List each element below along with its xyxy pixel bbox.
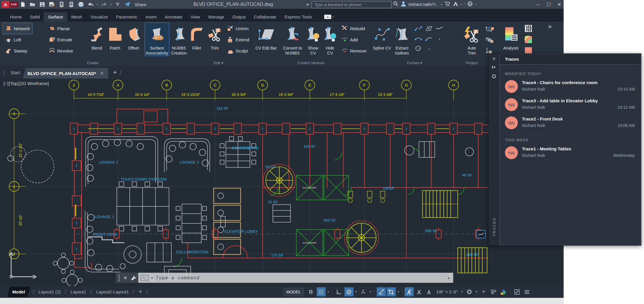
command-input[interactable]: >_ ▼ Type a command ▲	[138, 273, 453, 283]
qat-customize-dropdown[interactable]	[114, 1, 121, 8]
trim-button[interactable]: Trim	[207, 23, 223, 51]
command-history-icon[interactable]: >_	[141, 275, 148, 281]
tab-output[interactable]: Output	[228, 12, 250, 22]
command-expand-arrow[interactable]: ▲	[447, 276, 450, 279]
zebra-analysis-button[interactable]	[522, 23, 535, 34]
project-to-view-button[interactable]	[483, 34, 496, 45]
trace-list-item[interactable]: NN Trace1 - Meeting Tables Nishant Naik …	[505, 146, 635, 159]
layout-tab-model[interactable]: Model	[7, 287, 30, 297]
curve-blend-arc-button[interactable]	[415, 35, 422, 43]
tab-surface[interactable]: Surface	[44, 12, 67, 22]
panel-create-label[interactable]: Create	[0, 61, 185, 65]
trace-list-item[interactable]: NN Trace4 - Chairs for conference room N…	[505, 80, 635, 93]
object-snap-tracking-toggle[interactable]	[377, 287, 386, 296]
tab-manage[interactable]: Manage	[204, 12, 228, 22]
osnap-dropdown[interactable]: ▼	[397, 287, 400, 296]
tab-express-tools[interactable]: Express Tools	[280, 12, 316, 22]
annotation-visibility-toggle[interactable]	[405, 287, 414, 296]
file-tab-active-document[interactable]: BLVD OFFICE_PLAN-AUTOCAD* ✕	[23, 68, 108, 79]
sweep-button[interactable]: Sweep	[3, 45, 32, 56]
network-surface-button[interactable]: Network	[3, 23, 32, 34]
maximize-button[interactable]: ☐	[547, 2, 551, 7]
title-expand-arrow[interactable]: ▶	[307, 3, 309, 6]
convert-to-nurbs-button[interactable]: Convert to NURBS	[281, 23, 304, 56]
help-icon[interactable]: ?	[467, 1, 473, 8]
grid-display-toggle[interactable]	[307, 287, 316, 296]
rebuild-button[interactable]: Rebuild	[339, 23, 369, 34]
new-drawing-tab-button[interactable]: +	[113, 69, 117, 76]
tab-insert[interactable]: Insert	[141, 12, 161, 22]
layout-tab-layout1[interactable]: Layout1	[69, 289, 88, 294]
surface-associativity-toggle[interactable]: Surface Associativity	[145, 23, 169, 56]
curve-tool-parallelogram-button[interactable]	[425, 25, 433, 33]
trace-list-item[interactable]: NN Trace2 - Front Desk Nishant Naik 10:0…	[505, 116, 635, 129]
autodesk-logo-icon[interactable]	[453, 1, 459, 7]
loft-button[interactable]: Loft	[3, 34, 32, 45]
panel-cv-label[interactable]: Control Vertices	[252, 61, 370, 65]
curvature-analysis-button[interactable]	[522, 34, 535, 45]
freehand-spline-button[interactable]	[436, 25, 443, 33]
scale-dropdown[interactable]: ▼	[460, 287, 464, 296]
file-tab-start[interactable]: Start	[8, 70, 23, 79]
plot-button[interactable]	[77, 1, 84, 8]
graphics-performance-button[interactable]	[499, 287, 508, 296]
circle-tool-button[interactable]	[415, 45, 422, 53]
patch-button[interactable]: Patch	[107, 23, 123, 51]
panel-curves-label[interactable]: Curves ▾	[371, 61, 458, 65]
new-file-button[interactable]	[19, 1, 26, 8]
tab-solid[interactable]: Solid	[26, 12, 44, 22]
help-dropdown[interactable]: ▾	[475, 3, 476, 6]
ortho-mode-toggle[interactable]	[334, 287, 344, 296]
palette-vertical-tab[interactable]: TRACES	[492, 218, 496, 237]
recent-commands-dropdown[interactable]: ▼	[151, 276, 153, 279]
drawing-canvas[interactable]: [−][Top][2D Wireframe]	[0, 79, 564, 286]
customize-wrench-icon[interactable]	[131, 275, 137, 281]
layout-tab-layout1-2[interactable]: Layout1 (2)	[37, 289, 62, 294]
tab-home[interactable]: Home	[6, 12, 26, 22]
clean-screen-button[interactable]	[513, 287, 522, 296]
tab-collaborate[interactable]: Collaborate	[250, 12, 280, 22]
panel-edit-label[interactable]: Edit ▾	[187, 61, 251, 65]
save-as-button[interactable]	[48, 1, 55, 8]
ribbon-overflow-chevrons[interactable]: »	[548, 23, 552, 30]
isometric-drafting-toggle[interactable]	[359, 287, 368, 296]
redo-button[interactable]	[101, 1, 108, 8]
extrude-button[interactable]: Extrude	[46, 34, 75, 45]
user-dropdown[interactable]: ▾	[441, 3, 442, 6]
crosshair-plus-button[interactable]: +	[479, 287, 488, 296]
polar-tracking-toggle[interactable]	[344, 287, 354, 296]
trace-list-item[interactable]: NN Trace3 - Add table in Elevator Lobby …	[505, 98, 635, 111]
extract-isolines-button[interactable]: Extract Isolines	[393, 23, 411, 56]
annotation-autoscale-toggle[interactable]	[415, 287, 424, 296]
planar-surface-button[interactable]: Planar	[46, 23, 75, 34]
blend-button[interactable]: Blend	[88, 23, 106, 51]
analysis-options-button[interactable]: Analysis	[501, 23, 521, 51]
open-file-button[interactable]	[29, 1, 36, 8]
remove-cv-button[interactable]: Remove	[339, 45, 369, 56]
offset-button[interactable]: Offset	[124, 23, 143, 51]
app-store-cart-icon[interactable]	[444, 1, 450, 8]
undo-dropdown[interactable]: ▾	[97, 3, 98, 6]
hide-cv-button[interactable]: Hide CV	[322, 23, 338, 56]
tab-parametric[interactable]: Parametric	[112, 12, 142, 22]
close-button[interactable]: ✕	[557, 2, 561, 7]
annotation-scale-button[interactable]	[425, 287, 434, 296]
revolve-button[interactable]: Revolve	[46, 45, 75, 56]
file-tab-close-icon[interactable]: ✕	[100, 71, 104, 76]
tab-annotate[interactable]: Annotate	[161, 12, 187, 22]
share-button[interactable]: Share	[135, 2, 146, 7]
nurbs-creation-toggle[interactable]: NURBS Creation	[170, 23, 188, 56]
sculpt-button[interactable]: Sculpt	[225, 45, 252, 56]
app-menu-button[interactable]: A CAD	[2, 1, 18, 8]
command-bar-close-icon[interactable]: ✕	[124, 275, 127, 281]
save-to-mobile-button[interactable]	[58, 1, 65, 8]
minimize-button[interactable]: —	[536, 2, 540, 7]
autodesk-dropdown[interactable]: ▾	[461, 3, 462, 6]
auto-trim-button[interactable]: Auto Trim	[462, 23, 481, 56]
current-scale-display[interactable]: 1/8" = 1'-0"	[435, 287, 459, 296]
cv-edit-bar-button[interactable]: CV Edit Bar	[252, 23, 280, 51]
signed-in-user[interactable]: nishant.naikVY...	[408, 2, 439, 7]
isodraft-dropdown[interactable]: ▼	[369, 287, 372, 296]
palette-title-strip[interactable]: ✕ TRACES	[489, 54, 499, 245]
add-cv-button[interactable]: Add	[339, 34, 369, 45]
